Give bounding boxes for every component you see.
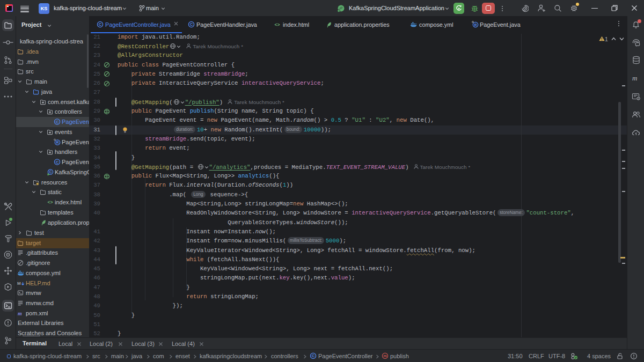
svg-text:<>: <>: [47, 200, 53, 205]
svg-text:C: C: [56, 160, 59, 165]
svg-text:m: m: [18, 311, 22, 316]
svg-text:C: C: [99, 22, 102, 27]
svg-text:R: R: [474, 23, 477, 27]
svg-text:C: C: [49, 170, 52, 174]
svg-text:m: m: [383, 354, 386, 358]
svg-text:C: C: [312, 353, 315, 358]
svg-text:M: M: [17, 281, 21, 286]
svg-text:<>: <>: [274, 23, 280, 28]
svg-text:m: m: [632, 75, 637, 82]
svg-text:C: C: [56, 120, 59, 124]
svg-text:C: C: [190, 22, 193, 27]
svg-text:R: R: [56, 141, 58, 144]
